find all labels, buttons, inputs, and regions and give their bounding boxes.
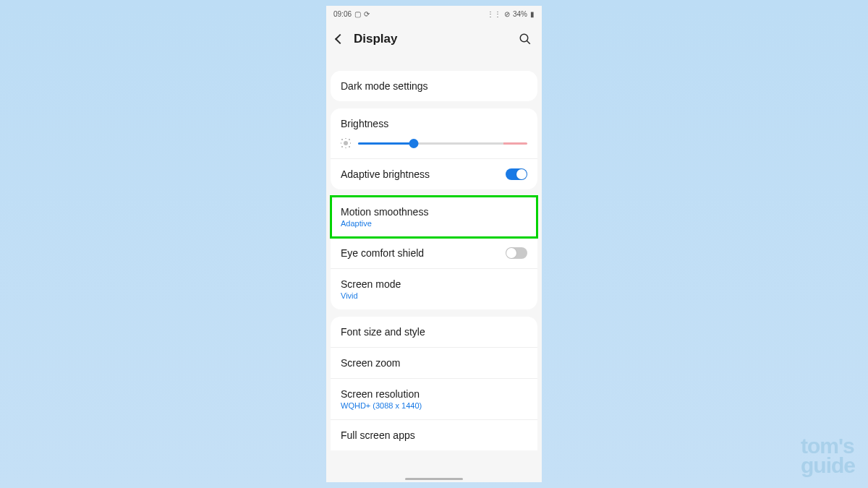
row-label: Eye comfort shield [341, 247, 424, 259]
brightness-slider-row [331, 134, 537, 158]
phone-frame: 09:06 ▢ ⟳ ⋮⋮ ⊘ 34% ▮ Display Dark mode s… [326, 6, 542, 482]
full-screen-apps-row[interactable]: Full screen apps [331, 419, 537, 450]
brightness-low-icon [341, 138, 351, 148]
adaptive-brightness-toggle[interactable] [506, 168, 527, 180]
battery-percent: 34% [513, 10, 527, 18]
font-size-row[interactable]: Font size and style [331, 317, 537, 347]
svg-point-0 [520, 34, 528, 42]
page-title: Display [354, 32, 519, 46]
screen-mode-row[interactable]: Screen mode Vivid [331, 268, 537, 309]
motion-smoothness-row[interactable]: Motion smoothness Adaptive [331, 197, 537, 237]
page-header: Display [326, 22, 542, 56]
settings-card: Font size and style Screen zoom Screen r… [331, 317, 537, 450]
row-sublabel: Adaptive [341, 219, 527, 228]
adaptive-brightness-row[interactable]: Adaptive brightness [331, 158, 537, 189]
slider-fill [358, 142, 414, 145]
brightness-label-row: Brightness [331, 108, 537, 134]
battery-icon: ▮ [530, 10, 535, 18]
settings-card: Dark mode settings [331, 71, 537, 101]
do-not-disturb-icon: ⊘ [504, 10, 510, 18]
status-time: 09:06 [333, 10, 352, 18]
settings-card: Motion smoothness Adaptive Eye comfort s… [331, 197, 537, 309]
row-sublabel: WQHD+ (3088 x 1440) [341, 401, 527, 410]
gesture-nav-pill[interactable] [405, 478, 463, 480]
eye-comfort-shield-row[interactable]: Eye comfort shield [331, 237, 537, 268]
row-label: Font size and style [341, 326, 527, 338]
eye-comfort-toggle[interactable] [506, 247, 527, 259]
svg-line-1 [527, 40, 530, 44]
row-label: Screen resolution [341, 388, 527, 400]
row-label: Motion smoothness [341, 206, 527, 218]
row-label: Full screen apps [341, 429, 527, 441]
row-label: Adaptive brightness [341, 168, 430, 180]
row-sublabel: Vivid [341, 291, 527, 300]
status-bar: 09:06 ▢ ⟳ ⋮⋮ ⊘ 34% ▮ [326, 6, 542, 22]
back-icon[interactable] [335, 34, 345, 44]
image-indicator-icon: ▢ [354, 10, 361, 18]
brightness-slider[interactable] [358, 138, 527, 148]
dark-mode-settings-row[interactable]: Dark mode settings [331, 71, 537, 101]
slider-thumb[interactable] [409, 139, 419, 148]
watermark-logo: tom's guide [801, 436, 855, 475]
search-icon[interactable] [519, 33, 532, 46]
row-label: Screen zoom [341, 357, 527, 369]
screen-resolution-row[interactable]: Screen resolution WQHD+ (3088 x 1440) [331, 378, 537, 419]
row-label: Dark mode settings [341, 80, 527, 92]
row-label: Screen mode [341, 278, 527, 290]
sync-icon: ⟳ [364, 10, 370, 18]
row-label: Brightness [341, 118, 527, 129]
wifi-icon: ⋮⋮ [487, 10, 501, 18]
screen-zoom-row[interactable]: Screen zoom [331, 347, 537, 378]
settings-card: Brightness Adaptive brightness [331, 108, 537, 189]
